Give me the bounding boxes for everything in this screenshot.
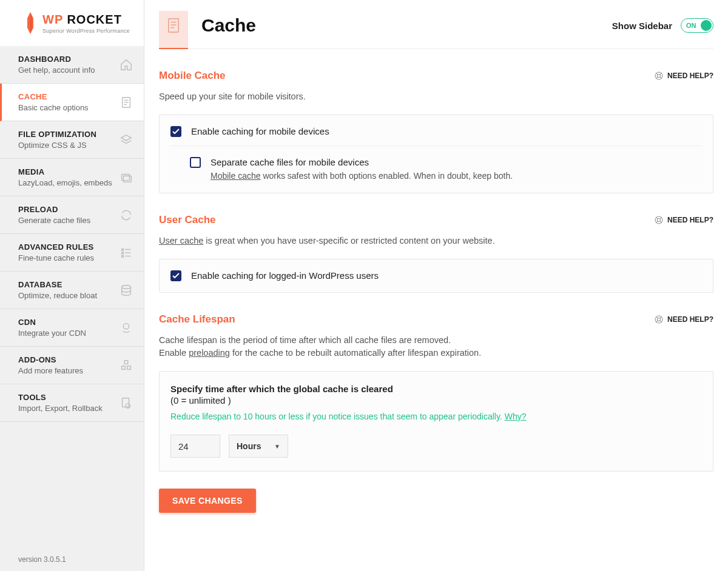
help-text: NEED HELP?: [667, 315, 713, 324]
svg-line-26: [660, 73, 662, 75]
show-sidebar-label: Show Sidebar: [612, 21, 672, 31]
checkbox-mobile-cache[interactable]: [170, 126, 181, 137]
help-link[interactable]: NEED HELP?: [654, 315, 713, 324]
show-sidebar-toggle[interactable]: ON: [681, 18, 713, 33]
svg-line-31: [656, 217, 658, 219]
options-box: Enable caching for mobile devices Separa…: [159, 115, 713, 193]
sidebar-item-media[interactable]: MEDIA LazyLoad, emojis, embeds: [0, 159, 144, 196]
sidebar-item-cache[interactable]: CACHE Basic cache options: [0, 84, 144, 121]
option-label: Enable caching for logged-in WordPress u…: [191, 270, 379, 281]
svg-rect-8: [122, 252, 124, 254]
toggle-knob: [701, 20, 712, 31]
svg-rect-15: [122, 366, 126, 369]
section-desc: User cache is great when you have user-s…: [159, 235, 713, 248]
sidebar-item-addons[interactable]: ADD-ONS Add more features: [0, 347, 144, 384]
option-help: Mobile cache works safest with both opti…: [211, 171, 513, 181]
sidebar-item-tools[interactable]: TOOLS Import, Export, Rollback: [0, 384, 144, 422]
svg-point-13: [123, 323, 129, 329]
svg-line-33: [656, 221, 658, 223]
page-title: Cache: [201, 15, 256, 36]
nav-sub: Integrate your CDN: [18, 329, 86, 338]
sidebar-item-preload[interactable]: PRELOAD Generate cache files: [0, 196, 144, 234]
svg-point-12: [122, 285, 131, 289]
svg-rect-10: [122, 255, 124, 257]
section-user-cache: User Cache NEED HELP? User cache is grea…: [159, 214, 713, 293]
toggle-label: ON: [686, 22, 696, 29]
lifespan-value-input[interactable]: [170, 435, 220, 458]
home-icon: [120, 58, 133, 72]
nav-sub: Optimize CSS & JS: [18, 141, 96, 150]
logo-tagline: Superior WordPress Performance: [42, 28, 130, 34]
option-label: Enable caching for mobile devices: [191, 126, 329, 136]
svg-line-39: [656, 321, 658, 322]
check-icon: [172, 273, 180, 279]
nav-title: TOOLS: [18, 393, 103, 402]
svg-point-30: [657, 218, 660, 221]
lifebuoy-icon: [654, 315, 664, 324]
sidebar-item-file-optimization[interactable]: FILE OPTIMIZATION Optimize CSS & JS: [0, 121, 144, 159]
svg-point-18: [126, 403, 130, 407]
help-link[interactable]: NEED HELP?: [654, 71, 713, 81]
select-value: Hours: [237, 441, 261, 451]
svg-line-32: [660, 217, 662, 219]
nav-title: CDN: [18, 318, 86, 327]
tip-link[interactable]: Why?: [505, 412, 527, 421]
help-link[interactable]: NEED HELP?: [654, 215, 713, 225]
page-icon: [159, 11, 188, 49]
svg-rect-16: [127, 366, 131, 369]
sidebar-item-cdn[interactable]: CDN Integrate your CDN: [0, 309, 144, 347]
lifespan-sub: (0 = unlimited ): [170, 395, 702, 406]
globe-hand-icon: [120, 321, 133, 335]
database-icon: [120, 284, 133, 297]
svg-rect-6: [122, 249, 124, 250]
section-title: Cache Lifespan: [159, 313, 235, 326]
lifespan-unit-select[interactable]: Hours ▼: [229, 435, 288, 458]
help-link-inline[interactable]: Mobile cache: [211, 171, 261, 181]
logo: WP ROCKET Superior WordPress Performance: [0, 0, 144, 46]
svg-line-38: [660, 316, 662, 318]
lifebuoy-icon: [654, 71, 664, 81]
section-desc: Cache lifespan is the period of time aft…: [159, 334, 713, 361]
nav-sub: Optimize, reduce bloat: [18, 291, 97, 300]
svg-line-34: [660, 221, 662, 223]
layers-icon: [120, 133, 133, 147]
nav: DASHBOARD Get help, account info CACHE B…: [0, 46, 144, 548]
nav-title: MEDIA: [18, 167, 112, 176]
gear-file-icon: [120, 396, 133, 410]
svg-line-25: [656, 73, 658, 75]
lifebuoy-icon: [654, 215, 664, 225]
save-changes-button[interactable]: SAVE CHANGES: [159, 489, 256, 513]
svg-line-27: [656, 77, 658, 79]
desc-link-inline[interactable]: preloading: [189, 348, 230, 358]
nav-title: DASHBOARD: [18, 55, 95, 64]
images-icon: [120, 171, 133, 184]
check-icon: [172, 129, 180, 135]
svg-line-37: [656, 316, 658, 318]
nav-title: DATABASE: [18, 280, 97, 289]
options-box: Specify time after which the global cach…: [159, 371, 713, 472]
checkbox-separate-mobile[interactable]: [190, 157, 201, 168]
nav-sub: LazyLoad, emojis, embeds: [18, 178, 112, 187]
svg-rect-19: [169, 19, 179, 32]
lifespan-tip: Reduce lifespan to 10 hours or less if y…: [170, 412, 702, 421]
sidebar-item-advanced-rules[interactable]: ADVANCED RULES Fine-tune cache rules: [0, 234, 144, 272]
nav-title: FILE OPTIMIZATION: [18, 130, 96, 139]
desc-link-inline[interactable]: User cache: [159, 236, 203, 245]
lifespan-title: Specify time after which the global cach…: [170, 384, 702, 394]
sidebar: WP ROCKET Superior WordPress Performance…: [0, 0, 144, 571]
main: Cache Show Sidebar ON Mobile Cache NEED …: [144, 0, 728, 571]
section-desc: Speed up your site for mobile visitors.: [159, 90, 713, 104]
nav-title: PRELOAD: [18, 205, 90, 214]
nav-sub: Import, Export, Rollback: [18, 404, 103, 413]
svg-line-28: [660, 77, 662, 79]
sidebar-item-database[interactable]: DATABASE Optimize, reduce bloat: [0, 272, 144, 309]
help-text: NEED HELP?: [667, 72, 713, 80]
svg-rect-4: [122, 174, 130, 180]
nav-sub: Fine-tune cache rules: [18, 253, 94, 262]
checkbox-user-cache[interactable]: [170, 270, 181, 281]
boxes-icon: [120, 359, 133, 372]
svg-rect-14: [124, 360, 128, 364]
version-text: version 3.0.5.1: [0, 548, 144, 571]
option-label: Separate cache files for mobile devices: [211, 157, 513, 167]
sidebar-item-dashboard[interactable]: DASHBOARD Get help, account info: [0, 46, 144, 84]
